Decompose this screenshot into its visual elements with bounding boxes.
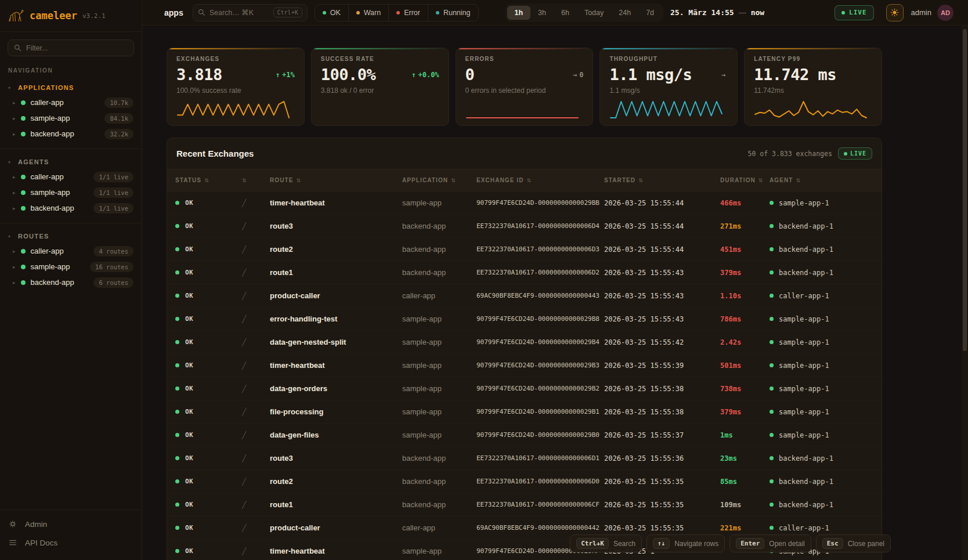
time-range-button[interactable]: 3h	[530, 6, 554, 20]
sidebar-item-agent[interactable]: ▸ backend-app 1/1 live	[0, 200, 142, 216]
table-row[interactable]: OK ╱ data-gen-files sample-app 90799F47E…	[167, 424, 882, 447]
status-dot	[21, 175, 26, 179]
chevron-down-icon: ▾	[8, 234, 10, 239]
table-live-badge[interactable]: LIVE	[838, 147, 872, 160]
sidebar-item-route[interactable]: ▸ sample-app 16 routes	[0, 259, 142, 274]
exchange-id-cell: 69AC90BF8EBC4F9-0000000000000442	[476, 524, 604, 532]
status-filter-label: Running	[443, 9, 471, 17]
trend-line-icon: ╱	[242, 362, 246, 370]
sidebar-item-admin[interactable]: Admin	[8, 515, 133, 533]
table-row[interactable]: OK ╱ file-processing sample-app 90799F47…	[167, 400, 882, 424]
scrollbar-thumb[interactable]	[963, 29, 967, 351]
chevron-right-icon: ▸	[13, 190, 16, 196]
stat-card-subtitle: 11.742ms	[754, 86, 872, 95]
sidebar-item-application[interactable]: ▸ caller-app 10.7k	[0, 95, 142, 110]
column-header-duration[interactable]: DURATION⇅	[720, 177, 770, 183]
time-range-button[interactable]: Today	[577, 6, 611, 20]
status-filter-button[interactable]: Warn	[348, 5, 388, 21]
stat-card-value-row: 100.0% ↑ +0.0%	[321, 66, 439, 84]
status-text: OK	[185, 431, 193, 439]
table-row[interactable]: OK ╱ error-handling-test sample-app 9079…	[167, 308, 882, 331]
time-range-button[interactable]: 6h	[554, 6, 577, 20]
agent-cell: backend-app-1	[770, 478, 873, 486]
sidebar-item-api-docs[interactable]: API Docs	[8, 533, 133, 552]
sidebar-item-agent[interactable]: ▸ caller-app 1/1 live	[0, 169, 142, 185]
section-header-routes[interactable]: ▾ ROUTES	[0, 229, 142, 243]
avatar[interactable]: AD	[937, 5, 953, 21]
column-header-exchange-id[interactable]: EXCHANGE ID⇅	[476, 177, 604, 183]
column-header-application[interactable]: APPLICATION⇅	[402, 177, 476, 183]
date-range[interactable]: 25. März 14:55 — now	[670, 8, 764, 17]
duration-cell: 221ms	[720, 524, 770, 532]
agent-cell: backend-app-1	[770, 245, 873, 254]
stat-card: LATENCY P99 11.742 ms 11.742ms	[744, 48, 882, 126]
logo-row: cameleer v3.2.1	[0, 0, 142, 32]
global-search[interactable]: Ctrl+K	[193, 4, 308, 21]
live-toggle[interactable]: LIVE	[835, 5, 874, 20]
keyboard-hints-bar: Ctrl+K Search ↑↓ Navigate rows Enter Ope…	[570, 534, 891, 552]
started-cell: 2026-03-25 15:55:44	[604, 199, 720, 207]
table-row[interactable]: OK ╱ timer-heartbeat sample-app 90799F47…	[167, 354, 882, 377]
table-row[interactable]: OK ╱ product-caller caller-app 69AC90BF8…	[167, 284, 882, 308]
column-header-trend[interactable]: ⇅	[242, 178, 270, 183]
routes-count-badge: 16 routes	[90, 262, 133, 272]
sidebar-item-application[interactable]: ▸ backend-app 32.2k	[0, 126, 142, 142]
column-header-agent[interactable]: AGENT⇅	[770, 177, 873, 183]
range-to: now	[751, 8, 764, 17]
ok-status-dot	[175, 294, 179, 298]
status-filter-group: OK Warn Error Running	[315, 4, 479, 21]
time-range-button[interactable]: 1h	[507, 6, 531, 20]
agent-cell: sample-app-1	[770, 362, 873, 370]
table-row[interactable]: OK ╱ data-gen-orders sample-app 90799F47…	[167, 377, 882, 400]
status-filter-button[interactable]: Running	[428, 5, 478, 21]
time-range-button[interactable]: 24h	[611, 6, 638, 20]
status-filter-button[interactable]: Error	[388, 5, 428, 21]
application-cell: sample-app	[402, 431, 476, 439]
table-row[interactable]: OK ╱ route1 backend-app EE7322370A10617-…	[167, 493, 882, 516]
status-filter-button[interactable]: OK	[315, 5, 348, 21]
exchange-id-cell: EE7322370A10617-00000000000006D3	[476, 245, 604, 253]
started-cell: 2026-03-25 15:55:43	[604, 292, 720, 300]
table-row[interactable]: OK ╱ route1 backend-app EE7322370A10617-…	[167, 261, 882, 284]
sidebar-item-route[interactable]: ▸ backend-app 6 routes	[0, 274, 142, 290]
sidebar-item-route[interactable]: ▸ caller-app 4 routes	[0, 243, 142, 259]
ok-status-dot	[175, 433, 179, 437]
live-count-badge: 1/1 live	[93, 187, 133, 198]
table-row[interactable]: OK ╱ timer-heartbeat sample-app 90799F47…	[167, 192, 882, 215]
sidebar-filter[interactable]	[8, 39, 134, 56]
section-header-agents[interactable]: ▾ AGENTS	[0, 155, 142, 169]
table-row[interactable]: OK ╱ route3 backend-app EE7322370A10617-…	[167, 447, 882, 470]
filter-input[interactable]	[26, 44, 128, 52]
ok-status-dot	[175, 270, 179, 274]
agent-status-dot	[770, 247, 774, 251]
time-range-button[interactable]: 7d	[638, 6, 662, 20]
status-dot	[21, 249, 26, 254]
started-cell: 2026-03-25 15:55:35	[604, 524, 720, 532]
sidebar: cameleer v3.2.1 NAVIGATION ▾ APPLICATION…	[0, 0, 142, 560]
sidebar-item-agent[interactable]: ▸ sample-app 1/1 live	[0, 185, 142, 200]
stat-card: ERRORS 0 → 0 0 errors in selected period	[456, 48, 594, 126]
section-header-applications[interactable]: ▾ APPLICATIONS	[0, 81, 142, 95]
card-accent-bar	[312, 48, 449, 49]
started-cell: 2026-03-25 15:55:35	[604, 501, 720, 509]
sidebar-item-application[interactable]: ▸ sample-app 84.1k	[0, 110, 142, 126]
status-dot	[21, 132, 26, 136]
stat-card-label: THROUGHPUT	[609, 56, 728, 62]
table-row[interactable]: OK ╱ route2 backend-app EE7322370A10617-…	[167, 470, 882, 493]
column-header-route[interactable]: ROUTE⇅	[270, 177, 402, 183]
stat-card-subtitle: 3.818 ok / 0 error	[321, 86, 439, 95]
column-header-status[interactable]: STATUS⇅	[175, 177, 242, 183]
table-row[interactable]: OK ╱ data-gen-nested-split sample-app 90…	[167, 331, 882, 354]
agent-name: sample-app-1	[779, 431, 829, 439]
status-cell: OK	[175, 431, 242, 439]
table-row[interactable]: OK ╱ route3 backend-app EE7322370A10617-…	[167, 215, 882, 238]
table-row[interactable]: OK ╱ route2 backend-app EE7322370A10617-…	[167, 238, 882, 261]
agent-cell: sample-app-1	[770, 199, 873, 207]
duration-cell: 738ms	[720, 385, 770, 393]
theme-toggle-button[interactable]	[886, 4, 904, 21]
ok-status-dot	[175, 479, 179, 483]
search-input[interactable]	[210, 9, 269, 17]
trend-line-icon: ╱	[242, 385, 246, 393]
column-header-started[interactable]: STARTED⇅	[604, 177, 720, 183]
search-icon	[198, 9, 205, 16]
